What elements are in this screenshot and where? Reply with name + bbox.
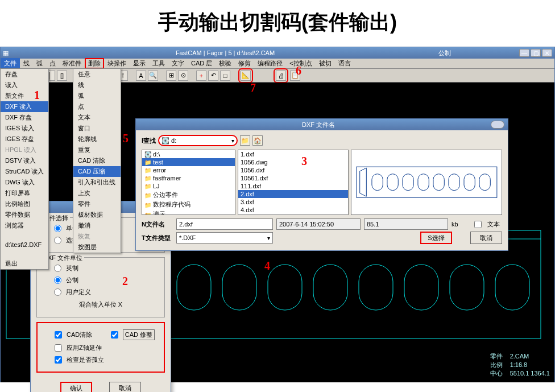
filetype-combo[interactable]: *.DXF (176, 232, 273, 244)
up-folder-button[interactable]: 📁 (240, 135, 250, 146)
menu-tools[interactable]: 工具 (149, 58, 168, 69)
folder-item[interactable]: 公边零件 (142, 190, 235, 200)
file-item[interactable]: 3.dxf (238, 198, 348, 206)
menu-arc[interactable]: 弧 (33, 58, 46, 69)
folder-item[interactable]: d:\ (142, 150, 235, 158)
menu-display[interactable]: 显示 (130, 58, 149, 69)
file-item[interactable]: 10561.dxf (238, 174, 348, 182)
del-part[interactable]: 零件 (73, 199, 121, 209)
folder-item[interactable]: fastframer (142, 174, 235, 182)
delete-menu-dropdown[interactable]: 任意 线 弧 点 文本 窗口 轮廓线 重复 CAD 清除 CAD 压缩 引入和引… (73, 68, 121, 253)
file-item[interactable]: 4.dxf (238, 206, 348, 214)
tool-plus-icon[interactable]: + (196, 71, 206, 81)
file-menu-read[interactable]: 读入 (1, 80, 48, 90)
del-any[interactable]: 任意 (73, 69, 121, 80)
file-menu-partdata[interactable]: 零件数据 (1, 209, 48, 220)
del-cad-clean[interactable]: CAD 清除 (73, 155, 121, 166)
maximize-button[interactable]: ▢ (531, 49, 541, 57)
file-item[interactable]: 1056.dxf (238, 166, 348, 174)
file-item[interactable]: 1.dxf (238, 150, 348, 158)
tool-square-icon[interactable]: □ (220, 71, 230, 81)
folder-item[interactable]: 演示 (142, 209, 235, 215)
file-list-pane[interactable]: 1.dxf 1056.dwg 1056.dxf 10561.dxf 111.dx… (238, 150, 349, 215)
tool-clipboard-icon[interactable]: 📋 (290, 71, 300, 81)
chk-cad-repair-input[interactable] (111, 331, 118, 339)
folder-item[interactable]: test (142, 158, 235, 166)
menu-cadlayer[interactable]: CAD 层 (188, 58, 216, 69)
folder-pane[interactable]: d:\ test error fastframer LJ 公边零件 数控程序代码… (142, 150, 235, 215)
file-menu-new[interactable]: 新文件 (1, 90, 48, 101)
menu-delete[interactable]: 删除 (85, 58, 104, 69)
del-contour[interactable]: 轮廓线 (73, 134, 121, 145)
file-menu-iges-read[interactable]: IGES 读入 (1, 123, 48, 134)
tool-text-icon[interactable]: A (136, 71, 146, 81)
tool-undo-icon[interactable]: ↶ (208, 71, 218, 81)
file-item[interactable]: 1056.dwg (238, 158, 348, 166)
del-platedata[interactable]: 板材数据 (73, 209, 121, 220)
folder-item[interactable]: LJ (142, 182, 235, 190)
file-menu-browser[interactable]: 浏览器 (1, 220, 48, 231)
menu-progpath[interactable]: 编程路径 (254, 58, 286, 69)
del-line[interactable]: 线 (73, 80, 121, 90)
folder-item[interactable]: error (142, 166, 235, 174)
file-item[interactable]: 2.dxf (238, 190, 348, 198)
radio-user-input[interactable] (54, 288, 61, 296)
radio-metric[interactable]: 公制 (43, 274, 159, 286)
tool-target-icon[interactable]: ⊙ (178, 71, 188, 81)
chk-isolate-input[interactable] (55, 356, 62, 364)
menu-ctrlpoint[interactable]: <控制点 (286, 58, 315, 69)
tool-grid-icon[interactable]: ⊞ (166, 71, 176, 81)
file-dialog-close-icon[interactable] (491, 121, 504, 129)
menu-trim[interactable]: 修剪 (235, 58, 254, 69)
radio-multi-input[interactable] (54, 237, 61, 244)
file-menu-iges-save[interactable]: IGES 存盘 (1, 134, 48, 145)
menu-bar[interactable]: 文件 线 弧 点 标准件 删除 块操作 显示 工具 文字 CAD 层 校验 修剪… (1, 59, 554, 69)
file-menu-hpgl[interactable]: HPGL 读入 (1, 145, 48, 155)
text-checkbox[interactable] (474, 221, 482, 228)
menu-standard[interactable]: 标准件 (59, 58, 85, 69)
menu-text[interactable]: 文字 (168, 58, 188, 69)
del-prev[interactable]: 上次 (73, 188, 121, 199)
dxf-cancel-button[interactable]: 取消 (109, 382, 141, 392)
folder-item[interactable]: 数控程序代码 (142, 200, 235, 209)
file-item[interactable]: 5.dwg (238, 214, 348, 215)
dxf-ok-button[interactable]: 确认 (60, 382, 92, 392)
chk-cad-clean-input[interactable] (55, 331, 62, 339)
file-menu-dstv[interactable]: DSTV 读入 (1, 155, 48, 166)
radio-user[interactable]: 用户定义 (43, 286, 159, 298)
file-menu-scale[interactable]: 比例绘图 (1, 199, 48, 209)
radio-imperial-input[interactable] (54, 265, 61, 272)
file-menu-print[interactable]: 打印屏幕 (1, 188, 48, 199)
del-undo[interactable]: 撤消 (73, 220, 121, 231)
tool-zoom-icon[interactable]: 🔍 (148, 71, 158, 81)
menu-verify[interactable]: 校验 (216, 58, 235, 69)
del-arc[interactable]: 弧 (73, 90, 121, 101)
file-menu-exit[interactable]: 退出 (1, 258, 48, 269)
del-repeat[interactable]: 重复 (73, 145, 121, 155)
del-lead[interactable]: 引入和引出线 (73, 177, 121, 188)
chk-z-extend-input[interactable] (55, 344, 62, 352)
menu-cut[interactable]: 被切 (316, 58, 335, 69)
home-button[interactable]: 🏠 (252, 135, 263, 146)
tool-box-icon[interactable]: [] (57, 71, 67, 81)
radio-imperial[interactable]: 英制 (43, 262, 159, 274)
menu-file[interactable]: 文件 (1, 58, 20, 69)
tool-output-icon[interactable]: 📐 (241, 71, 251, 81)
file-menu-dropdown[interactable]: 存盘 读入 新文件 DXF 读入 DXF 存盘 IGES 读入 IGES 存盘 … (0, 68, 49, 270)
check-cad-clean[interactable]: CAD清除 CAD 修整 (43, 328, 158, 342)
check-isolate[interactable]: 检查是否孤立 (43, 354, 158, 366)
file-menu-dwg[interactable]: DWG 读入 (1, 177, 48, 188)
select-button[interactable]: S选择 (420, 232, 452, 244)
file-menu-save[interactable]: 存盘 (1, 69, 48, 80)
lookin-combo[interactable]: 💽 d: (158, 135, 238, 146)
menu-line[interactable]: 线 (20, 58, 33, 69)
menu-block[interactable]: 块操作 (104, 58, 130, 69)
file-menu-dxf-save[interactable]: DXF 存盘 (1, 112, 48, 123)
close-button[interactable]: ✕ (542, 49, 552, 57)
del-layer[interactable]: 按图层 (73, 242, 121, 253)
file-menu-recent[interactable]: d:\test\2.DXF (1, 240, 48, 249)
menu-point[interactable]: 点 (46, 58, 59, 69)
file-cancel-button[interactable]: 取消 (470, 232, 502, 244)
radio-single-input[interactable] (54, 225, 61, 232)
del-window[interactable]: 窗口 (73, 123, 121, 134)
